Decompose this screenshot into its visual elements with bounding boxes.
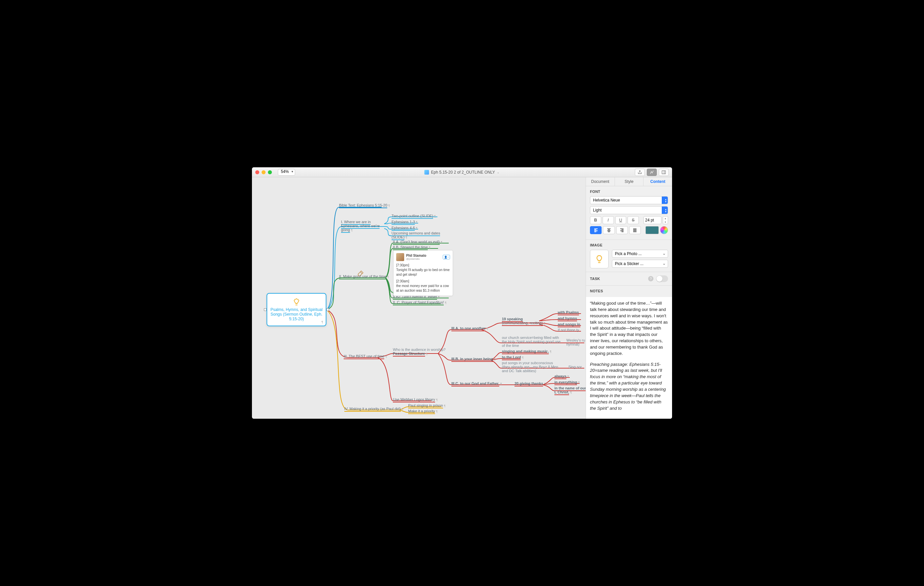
node-tolord[interactable]: to the Lord¶ [502, 355, 523, 359]
node-iiic[interactable]: III.C. to our God and Father.¶ [451, 381, 502, 386]
lightbulb-icon [292, 298, 300, 306]
node-psalms[interactable]: with Psalms [558, 310, 579, 314]
node-putsongs[interactable]: put songs in your subconscious (they alr… [502, 361, 562, 373]
node-passage[interactable]: Passage Structure¶ [393, 351, 427, 356]
node-always[interactable]: always¶ [554, 374, 569, 378]
font-section: FONT Helvetica Neue▴▾ Light▴▾ B I U S ▴▾ [586, 186, 672, 240]
notes-text[interactable]: “Making good use of the time…”—will talk… [586, 297, 672, 419]
color-swatch[interactable] [645, 226, 659, 234]
pilcrow-icon: ¶ [322, 320, 323, 324]
node-best[interactable]: III. The BEST use of time¶ [344, 354, 387, 358]
help-icon[interactable]: ? [648, 276, 653, 281]
font-label: FONT [590, 190, 668, 194]
toolbar-right [635, 169, 669, 176]
node-iib[interactable]: II.B. Steward the time¶ [393, 245, 431, 249]
document-icon [424, 170, 429, 175]
share-button[interactable] [635, 169, 645, 176]
image-thumbnail[interactable] [590, 250, 609, 268]
app-window: 54% Eph 5.15-20 2 of 2_OUTLINE ONLY ⌄ [252, 167, 672, 419]
image-section: IMAGE Pick a Photo ... Pick a Sticker ..… [586, 240, 672, 272]
node-songs[interactable]: and songs in [558, 322, 580, 326]
node-hymns[interactable]: and hymns [558, 316, 577, 320]
tab-style[interactable]: Style [615, 177, 644, 186]
root-label: Psalms, Hymns, and Spiritual Songs (Serm… [270, 307, 323, 321]
maximize-icon[interactable] [268, 170, 272, 174]
tweet-name: Phil Stamato [406, 254, 426, 257]
font-size-input[interactable] [644, 216, 662, 224]
align-justify-button[interactable] [629, 226, 641, 234]
root-node[interactable]: Psalms, Hymns, and Spiritual Songs (Serm… [267, 293, 327, 326]
image-label: IMAGE [590, 243, 668, 247]
tab-content[interactable]: Content [644, 177, 672, 186]
close-icon[interactable] [255, 170, 259, 174]
font-weight-select[interactable]: Light▴▾ [590, 206, 668, 214]
node-bible-text[interactable]: Bible Text: Ephesians 5:15-20¶ [339, 203, 390, 207]
minimize-icon[interactable] [262, 170, 266, 174]
task-section: TASK ? [586, 272, 672, 286]
align-left-button[interactable] [590, 226, 602, 234]
pick-photo-button[interactable]: Pick a Photo ... [612, 250, 668, 258]
node-audience[interactable]: Who is the audience in worship? [393, 348, 446, 351]
node-iic[interactable]: II. C. Prayer of Saint Expeditus!¶ [393, 300, 446, 304]
strike-button[interactable]: S [627, 216, 639, 224]
body: Psalms, Hymns, and Spiritual Songs (Serm… [252, 177, 672, 419]
node-iiia[interactable]: III.A. to one another¶ [451, 326, 488, 330]
node-wesley[interactable]: Wesley's ru hymnal) [566, 338, 586, 346]
traffic-lights [255, 170, 272, 174]
node-paul-singing[interactable]: Paul singing in prison¶ [408, 404, 446, 407]
titlebar: 54% Eph 5.15-20 2 of 2_OUTLINE ONLY ⌄ [252, 167, 672, 177]
underline-button[interactable]: U [615, 216, 627, 224]
tweet-card: Phil Stamato @pstamato 👤+ [7:30pm] Tonig… [393, 250, 453, 296]
node-eph13[interactable]: Ephesians 1-3¶ [391, 220, 417, 224]
avatar [396, 253, 404, 261]
follow-button[interactable]: 👤+ [443, 255, 450, 260]
node-priority[interactable]: IV. Making it a priority (as Paul did)¶ [344, 407, 403, 411]
resize-handle-right[interactable] [327, 308, 329, 311]
node-eph46[interactable]: Ephesians 4-6¶ [391, 226, 417, 230]
node-thanks[interactable]: 20 giving thanks¶ [515, 381, 546, 386]
font-family-select[interactable]: Helvetica Neue▴▾ [590, 196, 668, 204]
node-upcoming[interactable]: Upcoming sermons and dates (SLIDE)¶ [391, 231, 441, 239]
window-title: Eph 5.15-20 2 of 2_OUTLINE ONLY ⌄ [424, 170, 500, 175]
align-center-button[interactable] [603, 226, 615, 234]
node-where[interactable]: I. Where we are in Ephesians, where we'r… [341, 220, 384, 232]
tweet-handle: @pstamato [406, 257, 426, 260]
task-label: TASK [590, 277, 600, 281]
task-toggle[interactable] [656, 275, 668, 282]
italic-button[interactable]: I [602, 216, 614, 224]
node-make-good[interactable]: II. Make good use of the time¶ [339, 275, 389, 278]
node-iiib[interactable]: III.B. in your inner being¶ [451, 357, 495, 361]
resize-handle-left[interactable] [264, 308, 267, 311]
node-webber[interactable]: Use Webber Logos library¶ [393, 397, 438, 401]
node-church[interactable]: our church service=being filled with the… [502, 336, 562, 348]
zoom-select[interactable]: 54% [278, 169, 295, 175]
font-size-stepper[interactable]: ▴▾ [663, 216, 668, 224]
document-title: Eph 5.15-20 2 of 2_OUTLINE ONLY [431, 170, 495, 175]
node-inname[interactable]: in the name of our L Christ,¶ [554, 386, 586, 394]
bold-button[interactable]: B [590, 216, 601, 224]
inspector-toggle[interactable] [647, 169, 657, 176]
node-iia[interactable]: II.A. (Don't fear world as evil)¶ [393, 240, 442, 244]
node-speaking[interactable]: 19 speaking (communicating, reciting)¶ [502, 317, 548, 325]
panels-toggle[interactable] [659, 169, 669, 176]
pick-sticker-button[interactable]: Pick a Sticker ... [612, 260, 668, 268]
node-singsor[interactable]: Sing sor [568, 365, 582, 369]
svg-rect-0 [662, 171, 666, 174]
mindmap-canvas[interactable]: Psalms, Hymns, and Spiritual Songs (Serm… [252, 177, 586, 419]
node-two-point[interactable]: Two-point outline (SLIDE)¶ [391, 214, 436, 218]
inspector-panel: Document Style Content FONT Helvetica Ne… [586, 177, 672, 419]
lightbulb-icon [595, 255, 604, 264]
node-make-priority[interactable]: Make it a priority¶ [408, 409, 438, 413]
tab-document[interactable]: Document [586, 177, 615, 186]
notes-label: NOTES [590, 289, 668, 293]
notes-header: NOTES [586, 286, 672, 297]
node-ineverything[interactable]: in everything¶ [554, 380, 580, 384]
inspector-tabs: Document Style Content [586, 177, 672, 186]
tweet-body: [7:30pm] Tonight I'll actually go to bed… [396, 263, 450, 293]
node-ifnot[interactable]: If not three ty [558, 328, 579, 332]
zoom-select-wrap: 54% [272, 169, 295, 175]
color-wheel-icon[interactable] [660, 226, 668, 234]
align-right-button[interactable] [616, 226, 628, 234]
node-singing[interactable]: singing and making music,¶ [502, 349, 551, 353]
title-chevron-icon[interactable]: ⌄ [497, 171, 500, 174]
